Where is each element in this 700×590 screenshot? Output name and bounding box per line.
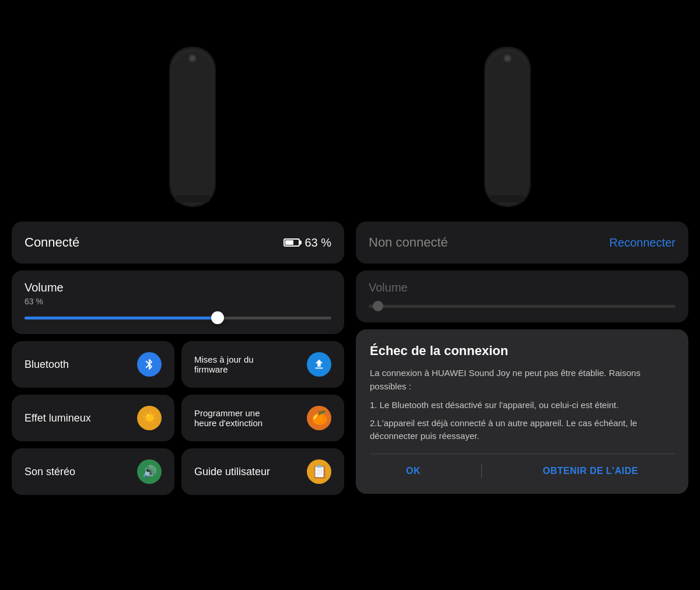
firmware-button[interactable]: Mises à jour du firmware [181, 341, 344, 388]
left-speaker-container: HUAWEI [134, 41, 251, 216]
left-panel: Connecté 63 % Volume 63 % [12, 222, 344, 590]
effet-button[interactable]: Effet lumineux ☀️ [12, 395, 174, 441]
programmer-icon: 🍊 [307, 406, 331, 430]
svg-point-4 [190, 56, 195, 61]
right-status-card: Non connecté Reconnecter [356, 222, 688, 264]
bluetooth-button[interactable]: Bluetooth [12, 341, 174, 388]
right-volume-slider [369, 300, 676, 312]
svg-rect-9 [487, 52, 528, 204]
right-speaker-container: HUAWEI [449, 41, 566, 216]
right-volume-label: Volume [369, 281, 676, 294]
left-speaker-image: HUAWEI [155, 41, 230, 216]
reconnect-button[interactable]: Reconnecter [610, 236, 676, 250]
right-speaker-image: HUAWEI [470, 41, 545, 216]
guide-icon: 📋 [307, 459, 331, 484]
error-dialog: Échec de la connexion La connexion à HUA… [356, 329, 688, 494]
error-item-2: 2.L'appareil est déjà connecté à un autr… [370, 417, 674, 443]
svg-rect-5 [175, 195, 210, 202]
left-slider-thumb[interactable] [211, 311, 224, 324]
battery-pct: 63 % [304, 236, 331, 250]
left-volume-pct: 63 % [24, 297, 331, 306]
help-button[interactable]: OBTENIR DE L'AIDE [531, 462, 649, 480]
guide-button[interactable]: Guide utilisateur 📋 [181, 448, 344, 495]
controls-row: Connecté 63 % Volume 63 % [0, 222, 700, 590]
dialog-divider [481, 464, 482, 478]
ok-button[interactable]: OK [394, 462, 432, 480]
right-panel: Non connecté Reconnecter Volume Échec de… [356, 222, 688, 590]
left-volume-card: Volume 63 % [12, 271, 344, 334]
speakers-row: HUAWEI HUAWEI [0, 0, 700, 222]
left-status-card: Connecté 63 % [12, 222, 344, 264]
svg-rect-12 [490, 195, 525, 202]
error-title: Échec de la connexion [370, 343, 674, 359]
stereo-button[interactable]: Son stéréo 🔊 [12, 448, 174, 495]
stereo-icon: 🔊 [137, 459, 162, 484]
main-layout: HUAWEI HUAWEI Connecté [0, 0, 700, 590]
error-actions: OK OBTENIR DE L'AIDE [370, 454, 674, 480]
left-status-label: Connecté [24, 235, 79, 250]
svg-rect-2 [172, 52, 213, 204]
right-slider-thumb [373, 301, 383, 311]
left-volume-slider[interactable] [24, 312, 331, 324]
svg-point-11 [505, 56, 510, 61]
battery-icon [284, 238, 300, 247]
right-status-label: Non connecté [369, 235, 448, 250]
right-volume-card: Volume [356, 271, 688, 322]
battery-info: 63 % [284, 236, 331, 250]
bluetooth-icon [137, 352, 162, 377]
left-volume-label: Volume [24, 281, 331, 294]
programmer-button[interactable]: Programmer une heure d'extinction 🍊 [181, 395, 344, 441]
error-item-1: 1. Le Bluetooth est désactivé sur l'appa… [370, 399, 674, 412]
button-grid: Bluetooth Mises à jour du firmware [12, 341, 344, 495]
error-body: La connexion à HUAWEI Sound Joy ne peut … [370, 367, 674, 393]
firmware-icon [307, 352, 331, 377]
sun-icon: ☀️ [137, 406, 162, 430]
